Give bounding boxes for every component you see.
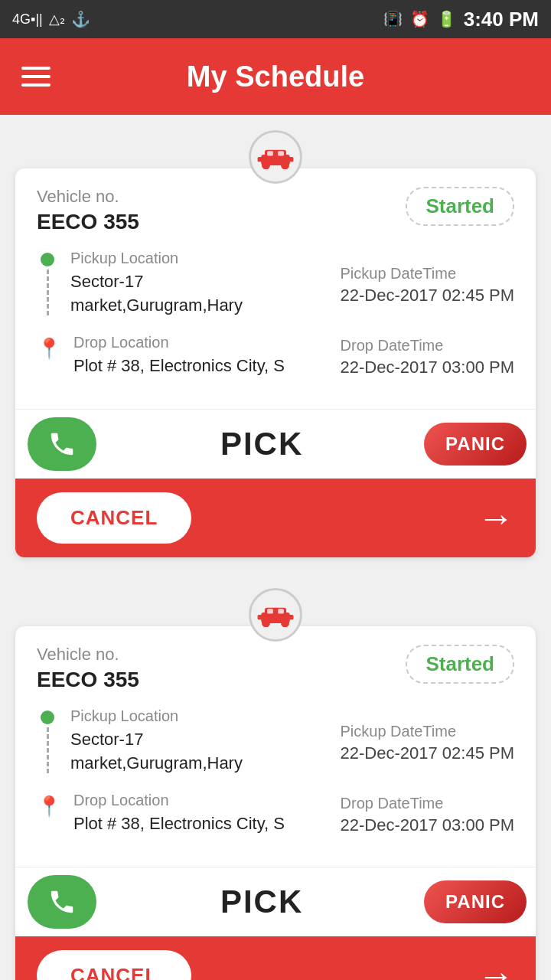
vehicle-number-2: EECO 355 (37, 668, 139, 692)
drop-dt-label-1: Drop DateTime (341, 337, 514, 354)
pickup-dt-1: 22-Dec-2017 02:45 PM (341, 286, 514, 305)
schedule-card-2: Vehicle no. EECO 355 Started (15, 626, 536, 980)
call-button-1[interactable] (28, 417, 96, 471)
pickup-info-1: Pickup Location Sector-17 market,Gurugra… (70, 250, 318, 318)
status-bar: 4G▪|| △₂ ⚓ 📳 ⏰ 🔋 3:40 PM (0, 0, 551, 38)
vehicle-info-2: Vehicle no. EECO 355 (37, 645, 139, 692)
route-line-1 (47, 270, 49, 315)
pickup-icon-col-1 (37, 250, 58, 318)
drop-dt-1: 22-Dec-2017 03:00 PM (341, 358, 514, 377)
datetime-col-1: Pickup DateTime 22-Dec-2017 02:45 PM Dro… (333, 250, 514, 394)
svg-point-11 (282, 619, 289, 626)
page-title: My Schedule (187, 60, 364, 93)
vehicle-info-1: Vehicle no. EECO 355 (37, 187, 139, 234)
svg-rect-4 (258, 157, 262, 162)
cancel-row-1: CANCEL → (15, 479, 536, 557)
route-section-2: Pickup Location Sector-17 market,Gurugra… (37, 707, 514, 851)
network-icon: △₂ (49, 11, 65, 28)
pickup-dt-2: 22-Dec-2017 02:45 PM (341, 743, 514, 763)
route-line-2 (47, 727, 49, 773)
top-bar: My Schedule (0, 38, 551, 115)
svg-point-10 (262, 619, 269, 626)
pickup-dot-2 (41, 710, 54, 724)
drop-datetime-2: Drop DateTime 22-Dec-2017 03:00 PM (341, 795, 514, 835)
drop-pin-2: 📍 (37, 795, 61, 818)
drop-info-1: Drop Location Plot # 38, Electronics Cit… (73, 334, 318, 378)
svg-rect-5 (289, 157, 293, 162)
card-info-2: Vehicle no. EECO 355 Started (15, 626, 536, 867)
schedule-card-wrapper-2: Vehicle no. EECO 355 Started (15, 588, 536, 980)
route-section-1: Pickup Location Sector-17 market,Gurugra… (37, 250, 514, 394)
schedule-list: Vehicle no. EECO 355 Started (0, 115, 551, 980)
pickup-dt-label-2: Pickup DateTime (341, 723, 514, 740)
battery-icon: 🔋 (437, 10, 456, 28)
pickup-datetime-2: Pickup DateTime 22-Dec-2017 02:45 PM (341, 723, 514, 763)
drop-pin-1: 📍 (37, 337, 61, 361)
menu-button[interactable] (21, 67, 51, 87)
action-row-1: PICK PANIC (15, 409, 536, 479)
drop-row-1: 📍 Drop Location Plot # 38, Electronics C… (37, 334, 318, 378)
locations-col-2: Pickup Location Sector-17 market,Gurugra… (37, 707, 318, 851)
pickup-dot-1 (41, 253, 54, 266)
drop-icon-col-1: 📍 (37, 334, 61, 361)
car-icon-1 (249, 130, 302, 184)
svg-point-3 (282, 162, 289, 168)
svg-rect-7 (278, 151, 284, 155)
svg-rect-13 (289, 615, 293, 619)
signal-icon: 4G▪|| (12, 11, 43, 28)
pickup-row-2: Pickup Location Sector-17 market,Gurugra… (37, 707, 318, 776)
pickup-text-1: Sector-17 market,Gurugram,Hary (70, 270, 318, 318)
call-button-2[interactable] (28, 875, 96, 929)
svg-rect-15 (278, 609, 284, 613)
pickup-label-1: Pickup Location (70, 250, 318, 267)
pickup-datetime-1: Pickup DateTime 22-Dec-2017 02:45 PM (341, 265, 514, 305)
pick-label-1: PICK (109, 426, 415, 462)
drop-dt-2: 22-Dec-2017 03:00 PM (341, 815, 514, 835)
vibrate-icon: 📳 (383, 10, 403, 28)
usb-icon: ⚓ (71, 10, 90, 28)
pickup-info-2: Pickup Location Sector-17 market,Gurugra… (70, 707, 318, 776)
pickup-text-2: Sector-17 market,Gurugram,Hary (70, 728, 318, 776)
drop-info-2: Drop Location Plot # 38, Electronics Cit… (73, 792, 318, 836)
schedule-card-wrapper-1: Vehicle no. EECO 355 Started (15, 130, 536, 557)
svg-point-2 (262, 162, 269, 168)
vehicle-number-1: EECO 355 (37, 210, 139, 234)
drop-text-2: Plot # 38, Electronics City, S (73, 812, 318, 836)
vehicle-label-2: Vehicle no. (37, 645, 139, 665)
panic-button-2[interactable]: PANIC (424, 880, 527, 923)
svg-rect-14 (267, 609, 273, 613)
vehicle-row-2: Vehicle no. EECO 355 Started (37, 645, 514, 692)
status-badge-1: Started (406, 187, 514, 226)
svg-rect-6 (267, 151, 273, 155)
drop-row-2: 📍 Drop Location Plot # 38, Electronics C… (37, 792, 318, 836)
drop-label-1: Drop Location (73, 334, 318, 351)
drop-icon-col-2: 📍 (37, 792, 61, 818)
cancel-row-2: CANCEL → (15, 936, 536, 980)
card-info-1: Vehicle no. EECO 355 Started (15, 168, 536, 409)
status-badge-2: Started (406, 645, 514, 684)
vehicle-label-1: Vehicle no. (37, 187, 139, 207)
pick-label-2: PICK (109, 884, 415, 920)
status-bar-left: 4G▪|| △₂ ⚓ (12, 10, 90, 28)
pickup-label-2: Pickup Location (70, 707, 318, 725)
action-row-2: PICK PANIC (15, 867, 536, 936)
pickup-row-1: Pickup Location Sector-17 market,Gurugra… (37, 250, 318, 318)
schedule-card-1: Vehicle no. EECO 355 Started (15, 168, 536, 557)
panic-button-1[interactable]: PANIC (424, 423, 527, 466)
svg-rect-12 (258, 615, 262, 619)
car-icon-2 (249, 588, 302, 642)
pickup-icon-col-2 (37, 707, 58, 776)
arrow-icon-1[interactable]: → (478, 497, 514, 539)
locations-col-1: Pickup Location Sector-17 market,Gurugra… (37, 250, 318, 394)
pickup-dt-label-1: Pickup DateTime (341, 265, 514, 283)
drop-dt-label-2: Drop DateTime (341, 795, 514, 812)
drop-label-2: Drop Location (73, 792, 318, 809)
time-display: 3:40 PM (464, 8, 539, 31)
status-bar-right: 📳 ⏰ 🔋 3:40 PM (383, 8, 539, 31)
alarm-icon: ⏰ (410, 10, 429, 28)
vehicle-row-1: Vehicle no. EECO 355 Started (37, 187, 514, 234)
arrow-icon-2[interactable]: → (478, 955, 514, 980)
cancel-button-1[interactable]: CANCEL (37, 492, 191, 544)
datetime-col-2: Pickup DateTime 22-Dec-2017 02:45 PM Dro… (333, 707, 514, 851)
cancel-button-2[interactable]: CANCEL (37, 950, 191, 980)
